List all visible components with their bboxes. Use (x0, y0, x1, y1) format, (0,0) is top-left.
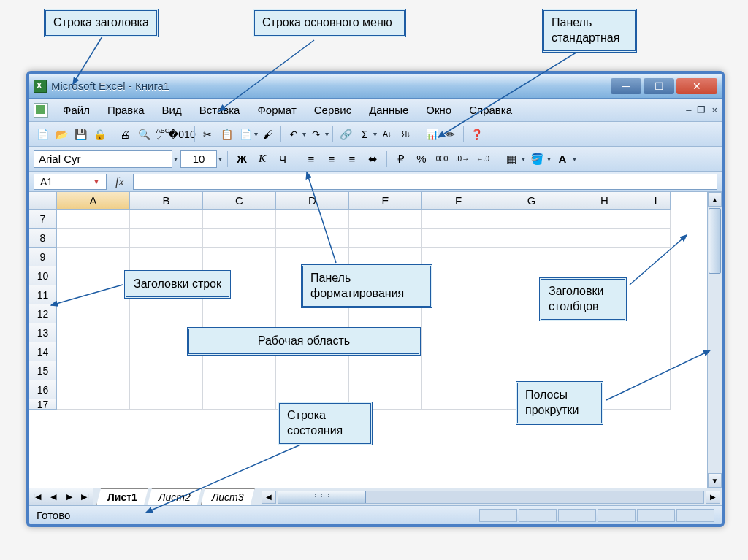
sheet-tab-2[interactable]: Лист2 (148, 488, 202, 505)
col-header-g[interactable]: G (495, 192, 568, 210)
hyperlink-icon[interactable]: 🔗 (337, 126, 354, 143)
col-header-d[interactable]: D (276, 192, 349, 210)
font-size-select[interactable] (180, 150, 217, 168)
scroll-left-icon[interactable]: ◀ (262, 491, 276, 504)
sheet-tab-1[interactable]: Лист1 (96, 488, 148, 505)
menu-window[interactable]: Окно (419, 101, 459, 118)
hscroll-thumb[interactable]: ⋮⋮⋮ (278, 491, 366, 503)
menu-help[interactable]: Справка (462, 101, 519, 118)
percent-icon[interactable]: % (413, 150, 430, 168)
row-header[interactable]: 8 (29, 229, 57, 248)
sort-asc-icon[interactable]: А↓ (378, 126, 396, 143)
sort-desc-icon[interactable]: Я↓ (397, 126, 415, 143)
titlebar[interactable]: Microsoft Excel - Книга1 ─ ☐ ✕ (29, 74, 722, 99)
menu-file[interactable]: Файл (56, 101, 97, 118)
name-box[interactable]: A1▼ (34, 174, 107, 190)
row-header[interactable]: 12 (29, 304, 57, 323)
col-header-i[interactable]: I (641, 192, 671, 210)
col-header-a[interactable]: A (57, 192, 130, 210)
select-all-corner[interactable] (29, 192, 57, 210)
copy-icon[interactable]: 📋 (218, 126, 235, 143)
dec-decimal-icon[interactable]: ←.0 (474, 150, 492, 168)
row-header[interactable]: 15 (29, 361, 57, 380)
bold-button[interactable]: Ж (233, 150, 251, 168)
font-dropdown-icon[interactable]: ▾ (174, 155, 178, 163)
font-select[interactable] (34, 150, 172, 168)
align-right-icon[interactable]: ≡ (343, 150, 361, 168)
col-header-c[interactable]: C (203, 192, 276, 210)
horizontal-scrollbar[interactable]: ◀ ⋮⋮⋮ ▶ (260, 488, 722, 505)
namebox-dropdown-icon[interactable]: ▼ (93, 177, 100, 185)
paste-icon[interactable]: 📄 (237, 126, 254, 143)
fill-color-icon[interactable]: 🪣 (528, 150, 546, 168)
cut-icon[interactable]: ✂ (199, 126, 216, 143)
menu-edit[interactable]: Правка (100, 101, 152, 118)
row-header[interactable]: 16 (29, 380, 57, 399)
print-icon[interactable]: 🖨 (116, 126, 134, 143)
research-icon[interactable]: �010 (173, 126, 191, 143)
doc-minimize-icon[interactable]: – (686, 104, 691, 115)
preview-icon[interactable]: 🔍 (135, 126, 153, 143)
align-left-icon[interactable]: ≡ (302, 150, 320, 168)
row-header[interactable]: 14 (29, 342, 57, 361)
scroll-up-icon[interactable]: ▲ (708, 192, 722, 207)
menu-format[interactable]: Формат (250, 101, 303, 118)
row-header[interactable]: 17 (29, 399, 57, 410)
vscroll-thumb[interactable] (709, 208, 721, 274)
currency-icon[interactable]: ₽ (392, 150, 410, 168)
row-header[interactable]: 13 (29, 323, 57, 342)
menu-view[interactable]: Вид (155, 101, 189, 118)
italic-button[interactable]: К (253, 150, 271, 168)
status-cell (676, 509, 714, 522)
comma-icon[interactable]: 000 (433, 150, 451, 168)
doc-restore-icon[interactable]: ❐ (697, 104, 706, 115)
underline-button[interactable]: Ч (274, 150, 291, 168)
sheet-tab-3[interactable]: Лист3 (201, 488, 255, 505)
close-button[interactable]: ✕ (676, 78, 717, 94)
size-dropdown-icon[interactable]: ▾ (218, 155, 222, 163)
scroll-right-icon[interactable]: ▶ (706, 491, 720, 504)
redo-icon[interactable]: ↷ (308, 126, 325, 143)
first-sheet-icon[interactable]: I◀ (29, 488, 45, 505)
minimize-button[interactable]: ─ (611, 78, 641, 94)
open-icon[interactable]: 📂 (53, 126, 70, 143)
col-header-f[interactable]: F (422, 192, 495, 210)
format-painter-icon[interactable]: 🖌 (259, 126, 277, 143)
formula-input[interactable] (133, 174, 717, 190)
merge-icon[interactable]: ⬌ (364, 150, 381, 168)
align-center-icon[interactable]: ≡ (323, 150, 340, 168)
row-header[interactable]: 10 (29, 266, 57, 285)
row-header[interactable]: 9 (29, 248, 57, 266)
maximize-button[interactable]: ☐ (644, 78, 674, 94)
doc-close-icon[interactable]: × (711, 104, 717, 115)
chart-icon[interactable]: 📊 (423, 126, 440, 143)
fx-icon[interactable]: fx (115, 175, 124, 188)
font-color-icon[interactable]: А (554, 150, 571, 168)
last-sheet-icon[interactable]: ▶I (77, 488, 94, 505)
scroll-down-icon[interactable]: ▼ (708, 473, 722, 488)
inc-decimal-icon[interactable]: .0→ (454, 150, 471, 168)
status-cell (558, 509, 596, 522)
vertical-scrollbar[interactable]: ▲ ▼ (707, 192, 722, 488)
permission-icon[interactable]: 🔒 (91, 126, 108, 143)
menubar: Файл Правка Вид Вставка Формат Сервис Да… (29, 99, 722, 122)
row-header[interactable]: 7 (29, 210, 57, 229)
menu-tools[interactable]: Сервис (307, 101, 359, 118)
row-header[interactable]: 11 (29, 285, 57, 304)
prev-sheet-icon[interactable]: ◀ (45, 488, 61, 505)
save-icon[interactable]: 💾 (72, 126, 89, 143)
callout-scrollbars: Полосы прокрутки (516, 381, 603, 425)
menu-data[interactable]: Данные (362, 101, 416, 118)
new-icon[interactable]: 📄 (34, 126, 51, 143)
help-icon[interactable]: ❓ (468, 126, 485, 143)
col-header-h[interactable]: H (568, 192, 641, 210)
drawing-icon[interactable]: ✏ (442, 126, 459, 143)
undo-icon[interactable]: ↶ (285, 126, 302, 143)
col-header-b[interactable]: B (130, 192, 203, 210)
col-header-e[interactable]: E (349, 192, 422, 210)
menu-insert[interactable]: Вставка (192, 101, 248, 118)
borders-icon[interactable]: ▦ (503, 150, 520, 168)
document-icon[interactable] (34, 103, 48, 118)
autosum-icon[interactable]: Σ (356, 126, 373, 143)
next-sheet-icon[interactable]: ▶ (61, 488, 77, 505)
